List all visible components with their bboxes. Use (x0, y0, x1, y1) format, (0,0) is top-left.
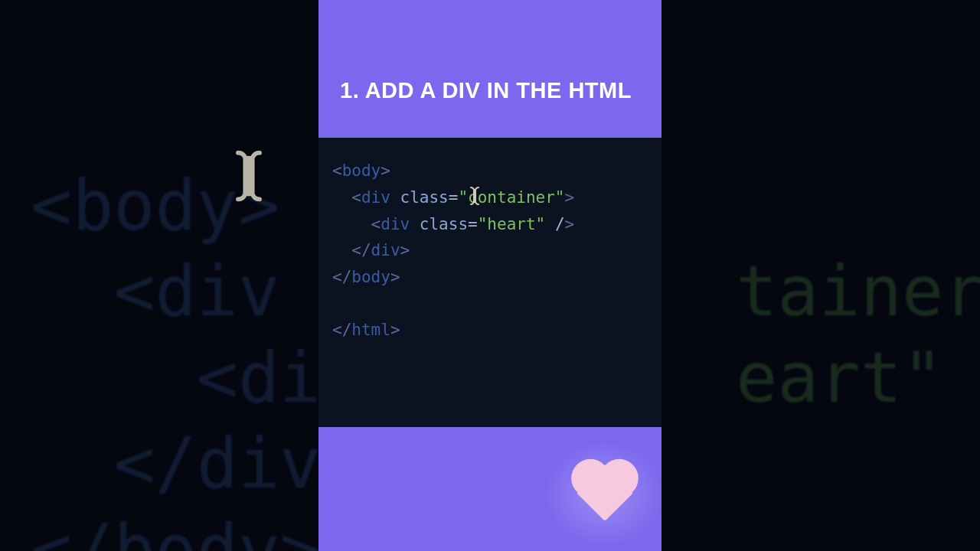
heart-icon (567, 461, 641, 527)
text-cursor-icon (410, 159, 423, 179)
tutorial-slide: 1. ADD A DIV IN THE HTML <body> <div cla… (318, 0, 662, 551)
heart-badge (539, 436, 669, 551)
slide-title: 1. ADD A DIV IN THE HTML (318, 0, 662, 122)
code-editor[interactable]: <body> <div class="container"> <div clas… (318, 138, 662, 427)
